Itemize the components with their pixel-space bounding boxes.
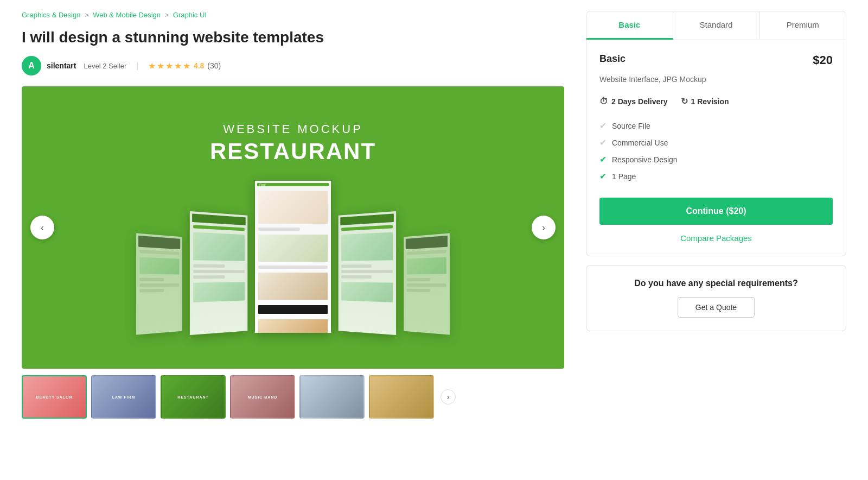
thumbnail-1[interactable]: BEAUTY SALON	[22, 375, 87, 419]
feature-label-pages: 1 Page	[612, 172, 636, 181]
rating-value: 4.8	[194, 61, 204, 70]
seller-name[interactable]: silentart	[47, 61, 76, 70]
carousel-prev-button[interactable]: ‹	[30, 216, 54, 239]
thumbnail-5[interactable]	[299, 375, 365, 419]
get-quote-button[interactable]: Get a Quote	[678, 297, 755, 318]
tab-basic[interactable]: Basic	[586, 11, 673, 40]
star-1: ★	[148, 61, 156, 71]
mockup-page-right	[339, 211, 396, 335]
thumbnail-6[interactable]	[369, 375, 434, 419]
package-price: $20	[813, 53, 833, 67]
revision-icon: ↻	[681, 96, 688, 106]
feature-responsive-design: ✔ Responsive Design	[599, 151, 833, 168]
star-3: ★	[165, 61, 173, 71]
compare-packages-link[interactable]: Compare Packages	[599, 233, 833, 243]
package-tabs: Basic Standard Premium	[586, 11, 846, 40]
breadcrumb-item-3[interactable]: Graphic UI	[173, 11, 207, 19]
feature-label-source-file: Source File	[612, 122, 650, 130]
rating-count: (30)	[207, 61, 221, 70]
carousel-main-image: WEBSITE MOCKUP RESTAURANT	[22, 86, 564, 369]
package-name: Basic	[599, 53, 626, 65]
seller-info: A silentart Level 2 Seller | ★ ★ ★ ★ ★ 4…	[22, 56, 564, 75]
seller-level: Level 2 Seller	[84, 62, 126, 70]
mockup-subtitle: RESTAURANT	[210, 138, 376, 165]
revision-info: ↻ 1 Revision	[681, 96, 729, 106]
mockup-page-center: Food	[255, 181, 331, 333]
breadcrumb-sep-1: >	[85, 11, 91, 19]
feature-commercial-use: ✔ Commercial Use	[599, 134, 833, 151]
star-2: ★	[157, 61, 164, 71]
breadcrumb-item-1[interactable]: Graphics & Design	[22, 11, 80, 19]
feature-pages: ✔ 1 Page	[599, 168, 833, 185]
package-header: Basic $20	[599, 53, 833, 67]
package-description: Website Interface, JPG Mockup	[599, 74, 833, 85]
avatar: A	[22, 56, 41, 75]
breadcrumb-item-2[interactable]: Web & Mobile Design	[93, 11, 161, 19]
breadcrumb: Graphics & Design > Web & Mobile Design …	[22, 11, 564, 19]
thumbnail-next-button[interactable]: ›	[441, 389, 456, 405]
carousel-next-button[interactable]: ›	[532, 216, 556, 239]
gig-title: I will design a stunning website templat…	[22, 28, 564, 47]
mockup-content: WEBSITE MOCKUP RESTAURANT	[125, 111, 461, 344]
revision-text: 1 Revision	[691, 97, 729, 106]
package-content: Basic $20 Website Interface, JPG Mockup …	[586, 40, 846, 256]
clock-icon: ⏱	[599, 97, 608, 106]
package-panel: Basic Standard Premium Basic $20 Website…	[586, 11, 846, 256]
tab-standard[interactable]: Standard	[673, 11, 760, 40]
special-requirements-panel: Do you have any special requirements? Ge…	[586, 265, 846, 331]
feature-label-commercial-use: Commercial Use	[612, 138, 668, 147]
right-column: Basic Standard Premium Basic $20 Website…	[586, 11, 846, 419]
mockup-page-left	[190, 211, 247, 335]
tab-premium[interactable]: Premium	[760, 11, 846, 40]
delivery-info: ⏱ 2 Days Delivery	[599, 96, 668, 106]
delivery-text: 2 Days Delivery	[611, 97, 668, 106]
mockup-page-far-right	[404, 233, 450, 335]
feature-source-file: ✔ Source File	[599, 117, 833, 134]
package-meta: ⏱ 2 Days Delivery ↻ 1 Revision	[599, 96, 833, 106]
thumbnail-2[interactable]: LAW FIRM	[91, 375, 156, 419]
star-rating: ★ ★ ★ ★ ★ 4.8 (30)	[148, 61, 221, 71]
mockup-pages: Food	[136, 181, 450, 333]
divider: |	[136, 61, 138, 70]
thumbnail-3[interactable]: RESTAURANT	[161, 375, 226, 419]
breadcrumb-sep-2: >	[165, 11, 171, 19]
continue-button[interactable]: Continue ($20)	[599, 198, 833, 225]
mockup-title: WEBSITE MOCKUP	[223, 122, 363, 136]
thumbnail-strip: BEAUTY SALON LAW FIRM RESTAURANT MUSIC B…	[22, 375, 564, 419]
feature-label-responsive-design: Responsive Design	[612, 155, 678, 164]
image-carousel: ‹ WEBSITE MOCKUP RESTAURANT	[22, 86, 564, 369]
special-req-title: Do you have any special requirements?	[599, 279, 833, 288]
mockup-page-far-left	[136, 233, 182, 335]
star-4: ★	[174, 61, 182, 71]
feature-check-commercial-use: ✔	[599, 137, 607, 148]
features-list: ✔ Source File ✔ Commercial Use ✔ Respons…	[599, 117, 833, 185]
thumbnail-4[interactable]: MUSIC BAND	[230, 375, 295, 419]
feature-check-source-file: ✔	[599, 121, 607, 131]
feature-check-pages: ✔	[599, 171, 607, 181]
feature-check-responsive-design: ✔	[599, 154, 607, 165]
star-5: ★	[183, 61, 190, 71]
